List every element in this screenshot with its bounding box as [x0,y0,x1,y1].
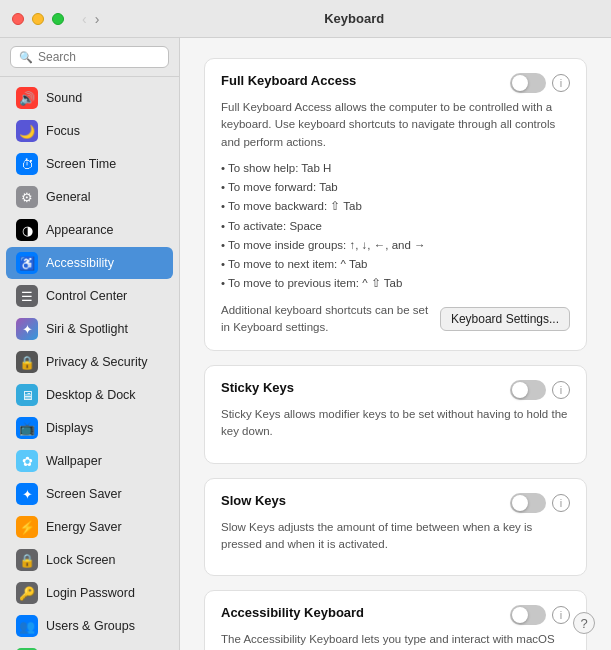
full-keyboard-access-footer: Additional keyboard shortcuts can be set… [221,302,570,337]
sidebar-item-screensaver[interactable]: ✦Screen Saver [6,478,173,510]
search-input[interactable] [38,50,160,64]
full-keyboard-access-action-button[interactable]: Keyboard Settings... [440,307,570,331]
full-keyboard-access-toggle[interactable] [510,73,546,93]
focus-icon: 🌙 [16,120,38,142]
sticky-keys-toggle-knob [512,382,528,398]
screentime-icon: ⏱ [16,153,38,175]
sidebar-item-usersgroups[interactable]: 👥Users & Groups [6,610,173,642]
full-keyboard-access-controls: i [510,73,570,93]
lockscreen-icon: 🔒 [16,549,38,571]
content-area: 🔍 🔊Sound🌙Focus⏱Screen Time⚙General◑Appea… [0,38,611,650]
desktop-label: Desktop & Dock [46,388,136,402]
titlebar: ‹ › Keyboard [0,0,611,38]
full-keyboard-access-info-button[interactable]: i [552,74,570,92]
accessibility-keyboard-title: Accessibility Keyboard [221,605,510,620]
general-icon: ⚙ [16,186,38,208]
sticky-keys-header: Sticky Keysi [221,380,570,400]
accessibility-keyboard-info-button[interactable]: i [552,606,570,624]
accessibility-keyboard-toggle-knob [512,607,528,623]
controlcenter-icon: ☰ [16,285,38,307]
section-sticky-keys: Sticky KeysiSticky Keys allows modifier … [204,365,587,464]
sidebar-item-energy[interactable]: ⚡Energy Saver [6,511,173,543]
slow-keys-description: Slow Keys adjusts the amount of time bet… [221,519,570,554]
titlebar-title: Keyboard [109,11,599,26]
close-button[interactable] [12,13,24,25]
lockscreen-label: Lock Screen [46,553,115,567]
help-button[interactable]: ? [573,612,595,634]
sidebar-item-general[interactable]: ⚙General [6,181,173,213]
sidebar-item-focus[interactable]: 🌙Focus [6,115,173,147]
sidebar-item-screentime[interactable]: ⏱Screen Time [6,148,173,180]
screensaver-label: Screen Saver [46,487,122,501]
full-keyboard-access-description: Full Keyboard Access allows the computer… [221,99,570,151]
screentime-label: Screen Time [46,157,116,171]
slow-keys-title: Slow Keys [221,493,510,508]
sidebar-item-accessibility[interactable]: ♿Accessibility [6,247,173,279]
system-preferences-window: ‹ › Keyboard 🔍 🔊Sound🌙Focus⏱Screen Time⚙… [0,0,611,650]
sidebar: 🔍 🔊Sound🌙Focus⏱Screen Time⚙General◑Appea… [0,38,180,650]
sound-icon: 🔊 [16,87,38,109]
sticky-keys-toggle[interactable] [510,380,546,400]
sidebar-item-displays[interactable]: 📺Displays [6,412,173,444]
sidebar-item-sound[interactable]: 🔊Sound [6,82,173,114]
accessibility-keyboard-controls: i [510,605,570,625]
slow-keys-toggle-knob [512,495,528,511]
sidebar-list: 🔊Sound🌙Focus⏱Screen Time⚙General◑Appeara… [0,77,179,650]
desktop-icon: 🖥 [16,384,38,406]
sticky-keys-info-button[interactable]: i [552,381,570,399]
screensaver-icon: ✦ [16,483,38,505]
back-button[interactable]: ‹ [80,11,89,27]
energy-icon: ⚡ [16,516,38,538]
sidebar-item-privacy[interactable]: 🔒Privacy & Security [6,346,173,378]
displays-icon: 📺 [16,417,38,439]
loginpw-icon: 🔑 [16,582,38,604]
privacy-icon: 🔒 [16,351,38,373]
section-slow-keys: Slow KeysiSlow Keys adjusts the amount o… [204,478,587,577]
slow-keys-controls: i [510,493,570,513]
focus-label: Focus [46,124,80,138]
sidebar-item-controlcenter[interactable]: ☰Control Center [6,280,173,312]
bullet-item: • To move to next item: ^ Tab [221,255,570,274]
search-container: 🔍 [0,38,179,77]
minimize-button[interactable] [32,13,44,25]
sidebar-item-desktop[interactable]: 🖥Desktop & Dock [6,379,173,411]
bullet-item: • To move inside groups: ↑, ↓, ←, and → [221,236,570,255]
controlcenter-label: Control Center [46,289,127,303]
sidebar-item-passwords[interactable]: 🔑Passwords [6,643,173,650]
slow-keys-toggle[interactable] [510,493,546,513]
sidebar-item-wallpaper[interactable]: ✿Wallpaper [6,445,173,477]
slow-keys-info-button[interactable]: i [552,494,570,512]
search-icon: 🔍 [19,51,33,64]
siri-label: Siri & Spotlight [46,322,128,336]
bullet-item: • To move forward: Tab [221,178,570,197]
loginpw-label: Login Password [46,586,135,600]
maximize-button[interactable] [52,13,64,25]
full-keyboard-access-bullet-list: • To show help: Tab H• To move forward: … [221,159,570,294]
sidebar-item-siri[interactable]: ✦Siri & Spotlight [6,313,173,345]
section-accessibility-keyboard: Accessibility KeyboardiThe Accessibility… [204,590,587,650]
accessibility-label: Accessibility [46,256,114,270]
full-keyboard-access-footer-text: Additional keyboard shortcuts can be set… [221,302,440,337]
search-box[interactable]: 🔍 [10,46,169,68]
accessibility-keyboard-description: The Accessibility Keyboard lets you type… [221,631,570,650]
accessibility-icon: ♿ [16,252,38,274]
sidebar-item-appearance[interactable]: ◑Appearance [6,214,173,246]
accessibility-keyboard-toggle[interactable] [510,605,546,625]
bullet-item: • To activate: Space [221,217,570,236]
bullet-item: • To move backward: ⇧ Tab [221,197,570,216]
full-keyboard-access-title: Full Keyboard Access [221,73,510,88]
privacy-label: Privacy & Security [46,355,147,369]
main-content: Full Keyboard AccessiFull Keyboard Acces… [180,38,611,650]
appearance-label: Appearance [46,223,113,237]
siri-icon: ✦ [16,318,38,340]
accessibility-keyboard-header: Accessibility Keyboardi [221,605,570,625]
sticky-keys-title: Sticky Keys [221,380,510,395]
full-keyboard-access-toggle-knob [512,75,528,91]
full-keyboard-access-header: Full Keyboard Accessi [221,73,570,93]
usersgroups-label: Users & Groups [46,619,135,633]
sidebar-item-loginpw[interactable]: 🔑Login Password [6,577,173,609]
sidebar-item-lockscreen[interactable]: 🔒Lock Screen [6,544,173,576]
general-label: General [46,190,90,204]
energy-label: Energy Saver [46,520,122,534]
forward-button[interactable]: › [93,11,102,27]
